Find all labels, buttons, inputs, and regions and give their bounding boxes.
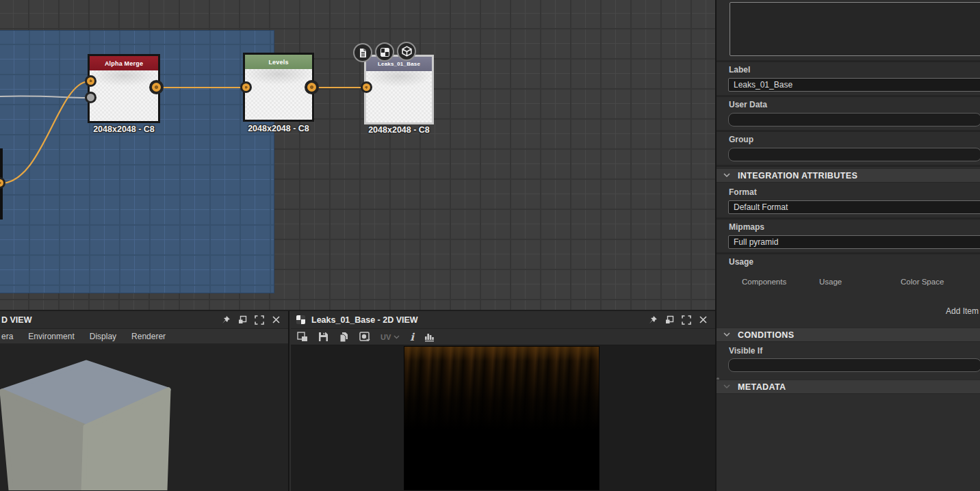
- 3d-viewport[interactable]: [0, 344, 288, 490]
- section-conditions[interactable]: CONDITIONS: [717, 328, 980, 342]
- separator: [717, 252, 980, 254]
- panel-3d-view: D VIEW era Environment Display: [0, 311, 289, 491]
- visible-if-heading: Visible If: [729, 346, 762, 356]
- output-attributes-badge[interactable]: [353, 43, 372, 62]
- node-leaks-01-base-thumbnail: [366, 71, 432, 122]
- 2d-viewport[interactable]: [291, 345, 715, 490]
- copy-image-button[interactable]: [339, 332, 349, 343]
- chevron-down-icon: [723, 173, 730, 178]
- menu-camera[interactable]: era: [0, 332, 21, 341]
- levels-input-port[interactable]: [240, 81, 252, 93]
- close-icon[interactable]: [272, 315, 281, 324]
- section-title: INTEGRATION ATTRIBUTES: [738, 171, 858, 181]
- separator: [717, 217, 980, 220]
- levels-output-port[interactable]: [305, 80, 319, 94]
- checker-icon: [381, 48, 389, 57]
- 2d-view-header[interactable]: Leaks_01_Base - 2D VIEW: [291, 311, 715, 329]
- alpha-merge-output-port[interactable]: [149, 80, 164, 94]
- description-field[interactable]: [730, 2, 980, 56]
- separator: [717, 95, 980, 97]
- 3d-view-header[interactable]: D VIEW: [0, 311, 288, 329]
- node-levels-title: Levels: [245, 55, 312, 69]
- output-2d-badge[interactable]: [375, 42, 394, 62]
- usage-col-color-space: Color Space: [901, 278, 944, 286]
- node-alpha-merge-thumbnail: [90, 70, 158, 121]
- menu-renderer[interactable]: Renderer: [124, 332, 173, 341]
- node-leaks-01-base-title: Leaks_01_Base: [366, 57, 432, 71]
- output-3d-badge[interactable]: [397, 42, 416, 61]
- 3d-view-title: D VIEW: [0, 315, 31, 325]
- user-data-heading: User Data: [729, 100, 767, 109]
- separator: [717, 165, 980, 167]
- node-levels-thumbnail: [245, 69, 312, 120]
- node-leaks-01-base[interactable]: Leaks_01_Base: [364, 55, 434, 124]
- section-metadata[interactable]: METADATA: [717, 380, 980, 394]
- uv-label: UV: [381, 333, 391, 341]
- substance-designer-window: Alpha Merge Levels Leaks_01_Base 2048x20…: [0, 0, 980, 491]
- node-levels[interactable]: Levels: [243, 53, 314, 122]
- maximize-icon[interactable]: [682, 315, 691, 325]
- pin-icon[interactable]: [221, 315, 231, 325]
- node-graph-canvas[interactable]: Alpha Merge Levels Leaks_01_Base 2048x20…: [0, 0, 715, 311]
- separator: [717, 130, 980, 132]
- chevron-down-icon: [394, 335, 400, 339]
- node-alpha-merge-title: Alpha Merge: [90, 56, 158, 70]
- cube-icon: [402, 46, 412, 57]
- 2d-view-title: Leaks_01_Base - 2D VIEW: [311, 315, 418, 325]
- information-button[interactable]: i: [410, 331, 414, 343]
- mipmaps-dropdown[interactable]: Full pyramid: [728, 235, 980, 249]
- section-integration-attributes[interactable]: INTEGRATION ATTRIBUTES: [717, 168, 980, 183]
- maximize-icon[interactable]: [255, 315, 264, 325]
- visible-if-input[interactable]: [728, 358, 980, 372]
- chevron-down-icon: [723, 332, 730, 337]
- usage-heading: Usage: [729, 257, 753, 267]
- attributes-panel: Label User Data Group INTEGRATION ATTRIB…: [715, 0, 980, 491]
- close-icon[interactable]: [699, 315, 708, 324]
- histogram-icon: [424, 332, 435, 342]
- alpha-merge-mask-port[interactable]: [85, 92, 96, 103]
- background-options-button[interactable]: [359, 332, 370, 342]
- chevron-down-icon: [723, 384, 730, 389]
- alpha-merge-resolution: 2048x2048 - C8: [66, 124, 182, 134]
- save-image-button[interactable]: [318, 332, 328, 342]
- dock-icon[interactable]: [665, 315, 674, 324]
- image-settings-icon: [359, 332, 370, 342]
- group-input[interactable]: [728, 148, 980, 161]
- section-title: CONDITIONS: [738, 330, 794, 340]
- usage-col-components: Components: [742, 278, 786, 286]
- leaks-input-port[interactable]: [361, 81, 372, 93]
- format-heading: Format: [729, 187, 757, 197]
- mipmaps-heading: Mipmaps: [729, 222, 764, 232]
- leaks-resolution: 2048x2048 - C8: [341, 125, 457, 135]
- 2d-view-toolbar: UV i: [291, 329, 715, 345]
- document-icon: [358, 48, 368, 58]
- label-input[interactable]: [728, 78, 980, 92]
- preview-cube: [0, 344, 289, 490]
- leaks-texture-preview: [404, 346, 599, 490]
- panel-2d-view: Leaks_01_Base - 2D VIEW: [291, 311, 715, 491]
- levels-resolution: 2048x2048 - C8: [220, 124, 337, 133]
- pin-icon[interactable]: [648, 315, 658, 325]
- separator: [717, 60, 980, 62]
- compare-views-button[interactable]: [297, 332, 308, 342]
- alpha-merge-input-port[interactable]: [85, 75, 96, 87]
- 3d-view-menubar: era Environment Display Renderer: [0, 329, 288, 344]
- user-data-input[interactable]: [728, 113, 980, 127]
- dock-icon[interactable]: [238, 315, 247, 324]
- usage-col-usage: Usage: [819, 278, 842, 286]
- menu-display[interactable]: Display: [82, 332, 124, 341]
- label-heading: Label: [729, 65, 750, 75]
- add-item-button[interactable]: Add Item: [946, 306, 979, 316]
- uv-mode-dropdown[interactable]: UV: [381, 333, 400, 341]
- menu-environment[interactable]: Environment: [21, 332, 81, 341]
- histogram-button[interactable]: [424, 332, 435, 342]
- save-icon: [318, 332, 328, 342]
- section-title: METADATA: [738, 382, 786, 392]
- layers-icon: [297, 332, 308, 342]
- 2d-view-checker-icon: [296, 315, 305, 324]
- format-dropdown[interactable]: Default Format: [728, 200, 980, 214]
- group-heading: Group: [729, 135, 753, 144]
- copy-icon: [339, 332, 349, 343]
